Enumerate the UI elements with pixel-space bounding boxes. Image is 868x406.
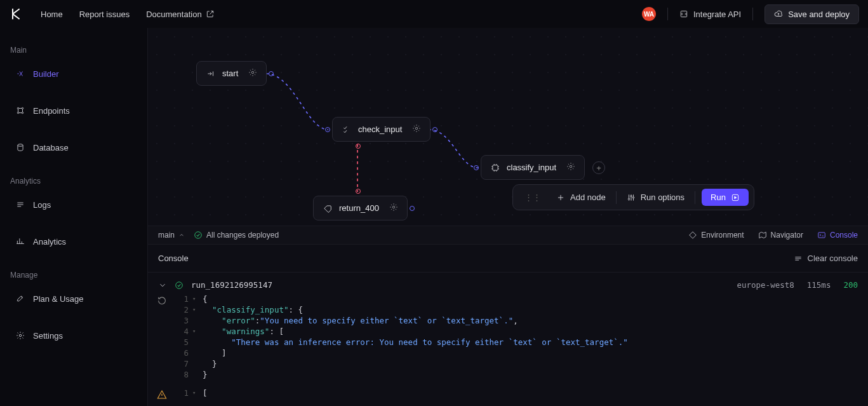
sidebar-item-settings[interactable]: Settings xyxy=(8,324,140,347)
output-port[interactable] xyxy=(410,206,415,211)
cloud-upload-icon xyxy=(774,10,783,18)
branch-label: main xyxy=(158,231,175,240)
integrate-api-button[interactable]: Integrate API xyxy=(679,10,741,19)
sidebar: Main Builder Endpoints Database Analytic… xyxy=(0,28,147,406)
svg-point-5 xyxy=(18,144,23,147)
sliders-icon xyxy=(627,193,636,202)
add-node-label: Add node xyxy=(570,193,606,202)
chevron-down-icon[interactable] xyxy=(158,281,167,290)
tab-environment[interactable]: Environment xyxy=(688,231,744,240)
save-deploy-button[interactable]: Save and deploy xyxy=(765,4,859,24)
sidebar-item-database[interactable]: Database xyxy=(8,136,140,159)
gear-icon[interactable] xyxy=(389,203,398,213)
node-start[interactable]: start xyxy=(196,61,267,86)
run-options-button[interactable]: Run options xyxy=(618,189,693,206)
tab-navigator[interactable]: Navigator xyxy=(758,231,803,240)
check-icon xyxy=(342,125,352,135)
branch-selector[interactable]: main xyxy=(158,231,185,240)
add-output-button[interactable]: + xyxy=(592,161,605,174)
map-icon xyxy=(758,231,767,240)
add-node-button[interactable]: Add node xyxy=(547,189,615,206)
svg-point-16 xyxy=(195,232,202,239)
sidebar-section-title: Manage xyxy=(8,267,140,287)
run-options-label: Run options xyxy=(641,193,684,202)
app-logo[interactable] xyxy=(9,7,23,21)
console-warning-output: 1▾[ xyxy=(154,388,862,398)
clear-icon xyxy=(794,254,803,263)
tag-icon xyxy=(323,203,333,213)
save-deploy-label: Save and deploy xyxy=(788,10,850,19)
node-check-input[interactable]: check_input xyxy=(332,117,431,142)
nav-documentation[interactable]: Documentation xyxy=(146,10,214,19)
sidebar-item-analytics[interactable]: Analytics xyxy=(8,230,140,253)
diamond-icon xyxy=(688,231,697,240)
input-port[interactable] xyxy=(474,165,479,170)
svg-rect-9 xyxy=(493,165,498,170)
nav-report-issues[interactable]: Report issues xyxy=(79,10,130,19)
sidebar-item-label: Analytics xyxy=(33,237,66,247)
svg-point-3 xyxy=(17,112,18,113)
svg-point-4 xyxy=(22,112,23,113)
code-line: 7 } xyxy=(173,358,862,369)
svg-point-14 xyxy=(632,196,634,198)
console-output: 1▾{ 2▾ "classify_input": { 3 "error": "Y… xyxy=(154,294,862,380)
console-run-row[interactable]: run_1692126995147 europe-west8 115ms 200 xyxy=(154,276,862,294)
clear-console-button[interactable]: Clear console xyxy=(794,254,858,263)
sidebar-item-plan-usage[interactable]: Plan & Usage xyxy=(8,287,140,310)
flow-edges xyxy=(148,28,868,226)
svg-point-2 xyxy=(22,107,23,109)
sidebar-item-logs[interactable]: Logs xyxy=(8,193,140,216)
run-button[interactable]: Run xyxy=(702,189,749,206)
run-region: europe-west8 xyxy=(737,280,794,290)
endpoints-icon xyxy=(15,105,25,116)
sidebar-item-endpoints[interactable]: Endpoints xyxy=(8,99,140,122)
divider xyxy=(752,8,753,20)
nav-home[interactable]: Home xyxy=(41,10,63,19)
sidebar-section-title: Main xyxy=(8,42,140,62)
gear-icon[interactable] xyxy=(248,68,257,79)
svg-point-1 xyxy=(17,107,18,109)
topbar: Home Report issues Documentation WA Inte… xyxy=(0,0,868,28)
database-icon xyxy=(15,142,25,152)
input-port[interactable] xyxy=(325,127,330,132)
console-body[interactable]: run_1692126995147 europe-west8 115ms 200… xyxy=(148,273,868,406)
node-label: return_400 xyxy=(339,203,379,213)
output-port[interactable] xyxy=(269,71,274,76)
code-line: 1▾{ xyxy=(173,294,862,304)
rerun-icon[interactable] xyxy=(157,295,167,306)
canvas-action-bar: ⋮⋮ Add node Run options Run xyxy=(512,184,754,210)
input-port[interactable] xyxy=(356,189,361,194)
tab-console[interactable]: Console xyxy=(817,231,858,240)
drag-handle-icon[interactable]: ⋮⋮ xyxy=(518,193,547,202)
tab-label: Navigator xyxy=(771,231,803,240)
console-header: Console Clear console xyxy=(148,245,868,273)
logs-icon xyxy=(15,200,25,210)
clear-console-label: Clear console xyxy=(808,254,858,263)
sidebar-item-builder[interactable]: Builder xyxy=(8,62,140,85)
divider xyxy=(616,191,617,204)
node-return-400[interactable]: return_400 xyxy=(313,196,408,220)
node-classify-input[interactable]: classify_input xyxy=(481,155,585,180)
code-line: 8} xyxy=(173,369,862,380)
flow-canvas[interactable]: start check_input classify_input + xyxy=(148,28,868,226)
builder-icon xyxy=(15,69,25,79)
run-label: Run xyxy=(711,193,726,202)
svg-point-10 xyxy=(570,165,572,168)
tab-label: Environment xyxy=(701,231,744,240)
output-port[interactable] xyxy=(432,127,437,132)
check-circle-icon xyxy=(194,231,203,240)
gear-icon[interactable] xyxy=(412,124,421,135)
run-latency: 115ms xyxy=(807,280,831,290)
svg-point-12 xyxy=(628,198,629,200)
sidebar-item-label: Plan & Usage xyxy=(33,294,84,304)
sidebar-item-label: Settings xyxy=(33,331,63,341)
main: Main Builder Endpoints Database Analytic… xyxy=(0,28,868,406)
gear-icon[interactable] xyxy=(566,162,575,173)
console-panel: Console Clear console run_1692126995147 … xyxy=(148,245,868,406)
analytics-icon xyxy=(15,236,25,247)
error-port[interactable] xyxy=(356,144,361,149)
divider xyxy=(695,191,695,204)
svg-point-11 xyxy=(392,206,395,208)
avatar[interactable]: WA xyxy=(642,7,656,21)
start-icon xyxy=(206,69,216,79)
